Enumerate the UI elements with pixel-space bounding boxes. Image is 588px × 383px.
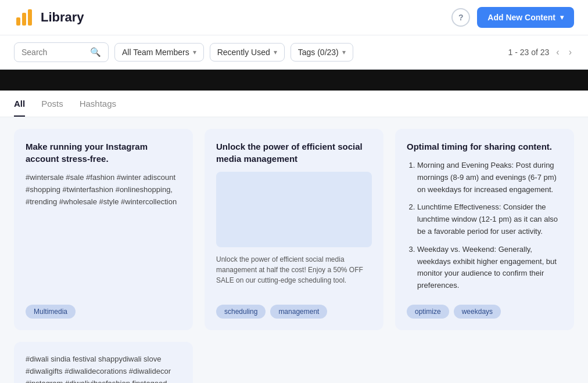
tab-all[interactable]: All bbox=[14, 99, 25, 117]
card2-title: Unlock the power of efficient social med… bbox=[216, 140, 372, 165]
tabs-bar: All Posts Hashtags bbox=[0, 91, 588, 117]
add-new-content-button[interactable]: Add New Content ▾ bbox=[477, 7, 574, 28]
tab-posts[interactable]: Posts bbox=[41, 99, 63, 117]
filter-bar: 🔍 All Team Members ▾ Recently Used ▾ Tag… bbox=[0, 35, 588, 70]
help-button[interactable]: ? bbox=[451, 8, 470, 27]
list-item-1: Morning and Evening Peaks: Post during m… bbox=[417, 160, 562, 196]
add-button-chevron: ▾ bbox=[560, 13, 564, 21]
tag-scheduling[interactable]: scheduling bbox=[216, 305, 266, 319]
tags-label: Tags (0/23) bbox=[298, 48, 339, 57]
next-page-button[interactable]: › bbox=[567, 46, 574, 59]
svg-rect-1 bbox=[22, 13, 26, 26]
svg-rect-2 bbox=[28, 9, 32, 26]
page-title: Library bbox=[41, 10, 84, 25]
list-item-2: Lunchtime Effectiveness: Consider the lu… bbox=[417, 201, 562, 237]
card3-tags: optimize weekdays bbox=[407, 305, 562, 319]
tag-multimedia[interactable]: Multimedia bbox=[26, 305, 76, 319]
all-team-members-chevron: ▾ bbox=[193, 48, 196, 56]
search-icon: 🔍 bbox=[90, 47, 101, 57]
card3-list: Morning and Evening Peaks: Post during m… bbox=[407, 160, 562, 298]
page-header: Library ? Add New Content ▾ bbox=[0, 0, 588, 35]
card-diwali: #diwali sindia festival shappydiwali slo… bbox=[14, 342, 193, 383]
pagination: 1 - 23 of 23 ‹ › bbox=[508, 46, 574, 59]
tag-optimize[interactable]: optimize bbox=[407, 305, 449, 319]
card1-body: #wintersale #sale #fashion #winter adisc… bbox=[26, 172, 181, 208]
black-bar bbox=[0, 70, 588, 91]
list-item-3: Weekday vs. Weekend: Generally, weekdays… bbox=[417, 244, 562, 292]
tags-dropdown[interactable]: Tags (0/23) ▾ bbox=[291, 43, 353, 62]
pagination-label: 1 - 23 of 23 bbox=[508, 48, 550, 57]
prev-page-button[interactable]: ‹ bbox=[554, 46, 561, 59]
tags-chevron: ▾ bbox=[342, 48, 346, 56]
card2-image bbox=[216, 172, 372, 247]
all-team-members-label: All Team Members bbox=[122, 48, 189, 57]
logo-area: Library bbox=[14, 7, 84, 28]
card-optimal-timing: Optimal timing for sharing content. Morn… bbox=[395, 129, 574, 330]
card2-tags: scheduling management bbox=[216, 305, 372, 319]
logo-icon bbox=[14, 7, 35, 28]
tag-weekdays[interactable]: weekdays bbox=[454, 305, 501, 319]
recently-used-label: Recently Used bbox=[217, 48, 270, 57]
tag-management[interactable]: management bbox=[270, 305, 327, 319]
header-actions: ? Add New Content ▾ bbox=[451, 7, 574, 28]
tab-hashtags[interactable]: Hashtags bbox=[80, 99, 116, 117]
recently-used-chevron: ▾ bbox=[274, 48, 277, 56]
search-input[interactable] bbox=[21, 48, 85, 57]
all-team-members-dropdown[interactable]: All Team Members ▾ bbox=[114, 43, 204, 62]
card3-title: Optimal timing for sharing content. bbox=[407, 140, 562, 153]
card1-tags: Multimedia bbox=[26, 305, 181, 319]
search-wrapper[interactable]: 🔍 bbox=[14, 42, 109, 62]
cards-container: Make running your Instagram account stre… bbox=[0, 117, 588, 383]
card-instagram: Make running your Instagram account stre… bbox=[14, 129, 193, 330]
add-button-label: Add New Content bbox=[487, 13, 555, 22]
card1-title: Make running your Instagram account stre… bbox=[26, 140, 181, 165]
svg-rect-0 bbox=[16, 17, 20, 26]
card4-body: #diwali sindia festival shappydiwali slo… bbox=[26, 353, 181, 383]
card-social-media: Unlock the power of efficient social med… bbox=[205, 129, 383, 330]
recently-used-dropdown[interactable]: Recently Used ▾ bbox=[210, 43, 285, 62]
card2-caption: Unlock the power of efficient social med… bbox=[216, 254, 372, 286]
